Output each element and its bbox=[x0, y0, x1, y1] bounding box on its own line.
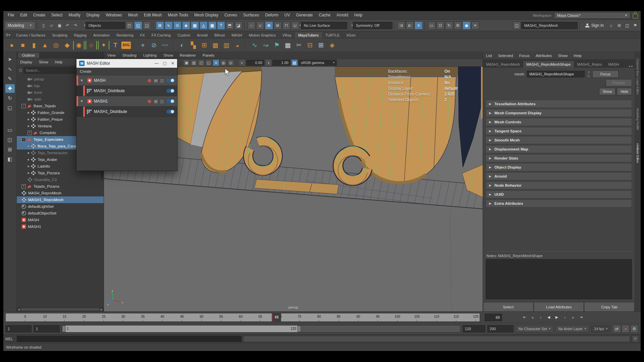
open-scene-icon[interactable]: ▱ bbox=[48, 22, 55, 29]
hud-toggle-icon[interactable]: ≡ bbox=[213, 59, 219, 66]
hide-button[interactable]: Hide bbox=[617, 88, 632, 95]
focus-button[interactable]: Focus bbox=[592, 70, 619, 78]
shelf-tab-rigging[interactable]: Rigging bbox=[71, 32, 90, 38]
scroll-right-icon[interactable]: ▶ bbox=[101, 308, 103, 311]
snap-to-point-icon[interactable]: ⊙ bbox=[173, 21, 181, 29]
viewport-menu-lighting[interactable]: Lighting bbox=[140, 53, 160, 57]
menu-cache[interactable]: Cache bbox=[316, 11, 333, 19]
add-node-icon[interactable]: ⊕ bbox=[147, 99, 151, 104]
sign-in-button[interactable]: Sign In bbox=[582, 23, 607, 28]
notes-field[interactable] bbox=[486, 259, 632, 299]
sweep-mesh-icon[interactable]: ✦ bbox=[98, 41, 109, 50]
home-icon[interactable]: ⌂ bbox=[607, 22, 615, 29]
measure-distance-icon[interactable]: ⌖ bbox=[138, 40, 148, 50]
expand-icon[interactable]: + bbox=[21, 184, 26, 189]
command-result[interactable] bbox=[244, 336, 630, 342]
outliner-item-mash[interactable]: MASH bbox=[17, 217, 104, 223]
layout-icon[interactable]: ⊞ bbox=[615, 22, 623, 29]
super-shape-icon[interactable]: ○ bbox=[86, 41, 97, 50]
anim-layer-dropdown[interactable]: No Anim Layer▾ bbox=[555, 325, 589, 333]
mash-network-icon[interactable]: ◐ bbox=[177, 40, 187, 50]
pane-layout-icon[interactable]: ◫ bbox=[513, 21, 521, 29]
snap-magnet-curve-icon[interactable]: ∪ bbox=[256, 21, 264, 29]
script-editor-icon[interactable]: ⌗ bbox=[632, 336, 639, 342]
new-scene-icon[interactable]: ▯ bbox=[40, 22, 47, 29]
select-by-hierarchy-icon[interactable]: ◰ bbox=[125, 21, 133, 29]
xray-icon[interactable]: ◍ bbox=[220, 59, 227, 66]
mash-falloff-icon[interactable]: ◒ bbox=[232, 40, 243, 50]
menu-help[interactable]: Help bbox=[351, 11, 366, 19]
section-render-stats[interactable]: ▶Render Stats bbox=[486, 154, 632, 162]
command-language-toggle[interactable]: MEL bbox=[5, 337, 17, 341]
lasso-tool[interactable]: ∿ bbox=[5, 65, 15, 73]
output-connections-icon[interactable]: ⇇ bbox=[406, 21, 414, 29]
outliner-item-mash1-repromesh[interactable]: MASH1_ReproMesh bbox=[17, 196, 104, 203]
section-arnold[interactable]: ▶Arnold bbox=[486, 172, 632, 180]
menu-select[interactable]: Select bbox=[48, 11, 65, 19]
shelf-tab-vray[interactable]: VRay bbox=[279, 32, 295, 38]
ae-tab-mash1-repro[interactable]: MASH1_Repro bbox=[574, 61, 605, 68]
side-tab-modeling-toolkit[interactable]: Modeling Toolkit bbox=[636, 108, 639, 130]
expand-arrow-icon[interactable]: ⊐ bbox=[587, 71, 590, 74]
shelf-tab-animation[interactable]: Animation bbox=[90, 32, 113, 38]
ae-menu-selected[interactable]: Selected bbox=[495, 54, 516, 58]
svg-tool-icon[interactable]: SVG bbox=[121, 42, 131, 49]
snap-view-plane-icon[interactable]: ▦ bbox=[191, 21, 199, 29]
ae-menu-focus[interactable]: Focus bbox=[516, 54, 533, 58]
side-tab-channel-box-layer-editor[interactable]: Channel Box / Layer Editor bbox=[636, 59, 639, 95]
auto-key-icon[interactable]: ● bbox=[622, 325, 630, 333]
range-handle-right[interactable] bbox=[298, 325, 301, 332]
screenshot-icon[interactable]: ◫ bbox=[624, 22, 631, 29]
menu-modify[interactable]: Modify bbox=[65, 11, 83, 19]
section-extra-attributes[interactable]: ▶Extra Attributes bbox=[486, 199, 632, 207]
layout-two-pane[interactable]: ◫ bbox=[5, 135, 15, 144]
texture-placement-icon[interactable]: ▩ bbox=[208, 21, 216, 29]
menu-set-dropdown[interactable]: Modeling▼ bbox=[5, 21, 35, 29]
playback-end-field[interactable]: 120 bbox=[463, 325, 485, 333]
ae-menu-attributes[interactable]: Attributes bbox=[533, 54, 555, 58]
range-slider-track[interactable]: 1 120 bbox=[62, 325, 461, 333]
render-current-frame-icon[interactable]: ⊡ bbox=[436, 21, 444, 29]
shelf-tab-mash[interactable]: MASH bbox=[228, 32, 246, 38]
color-management-icon[interactable]: ▧ bbox=[291, 59, 298, 66]
menu-mesh-display[interactable]: Mesh Display bbox=[191, 11, 221, 19]
animation-preferences-icon[interactable]: ⚙ bbox=[630, 325, 638, 333]
select-by-object-icon[interactable]: ◱ bbox=[134, 21, 142, 29]
playback-loop-icon[interactable]: ⇄ bbox=[613, 325, 621, 333]
scroll-left-icon[interactable]: ◀ bbox=[18, 308, 20, 311]
panels-icon[interactable]: ⊞ bbox=[316, 40, 326, 50]
menu-generate[interactable]: Generate bbox=[293, 11, 316, 19]
lock-selection-icon[interactable]: ⬒ bbox=[226, 21, 234, 29]
shelf-tab-arnold[interactable]: Arnold bbox=[194, 32, 211, 38]
mash-distribute-icon[interactable]: ▚ bbox=[188, 40, 198, 50]
mash-row-mash1-distribute[interactable]: MASH1_Distribute bbox=[76, 107, 177, 117]
workspace-lock-icon[interactable] bbox=[633, 14, 638, 18]
boolean-sphere-icon[interactable]: ◉ bbox=[73, 41, 85, 50]
ae-tab-mash1-repromesh[interactable]: MASH1_ReproMesh bbox=[483, 61, 523, 68]
menu-file[interactable]: File bbox=[5, 11, 17, 19]
layers-icon[interactable]: ▤ bbox=[154, 99, 157, 104]
mash-replicate-icon[interactable]: ▦ bbox=[210, 40, 220, 50]
share-icon[interactable]: ⚑ bbox=[632, 22, 639, 29]
copy-tab-button[interactable]: Copy Tab bbox=[584, 302, 635, 312]
utility-icon[interactable]: ◫ bbox=[160, 78, 164, 83]
poly-cube-icon[interactable]: ■ bbox=[18, 40, 28, 50]
step-back-frame-icon[interactable]: « bbox=[529, 314, 536, 321]
outliner-menu-display[interactable]: Display bbox=[17, 60, 36, 64]
section-object-display[interactable]: ▶Object Display bbox=[486, 163, 632, 171]
poly-cylinder-icon[interactable]: ▮ bbox=[29, 40, 39, 50]
viewport-menu-view[interactable]: View bbox=[104, 53, 119, 57]
command-input[interactable] bbox=[17, 336, 241, 342]
lattice-icon[interactable]: ▦ bbox=[283, 40, 293, 50]
safe-title-icon[interactable]: ◱ bbox=[205, 59, 212, 66]
menu-uv[interactable]: UV bbox=[281, 11, 293, 19]
shelf-tab-custom[interactable]: Custom bbox=[174, 32, 194, 38]
character-set-dropdown[interactable]: No Character Set▾ bbox=[516, 325, 553, 333]
time-slider[interactable]: 5101520253035404550556065707580859095100… bbox=[5, 313, 480, 322]
section-tangent-space[interactable]: ▶Tangent Space bbox=[486, 127, 632, 135]
viewport-menu-renderer[interactable]: Renderer bbox=[176, 53, 199, 57]
diamond-prim-icon[interactable]: ◈ bbox=[327, 40, 337, 50]
section-tessellation-attributes[interactable]: ▶Tessellation Attributes bbox=[486, 100, 632, 108]
type-tool-icon[interactable]: T bbox=[110, 40, 120, 50]
outliner-title[interactable]: Outliner bbox=[18, 53, 39, 58]
